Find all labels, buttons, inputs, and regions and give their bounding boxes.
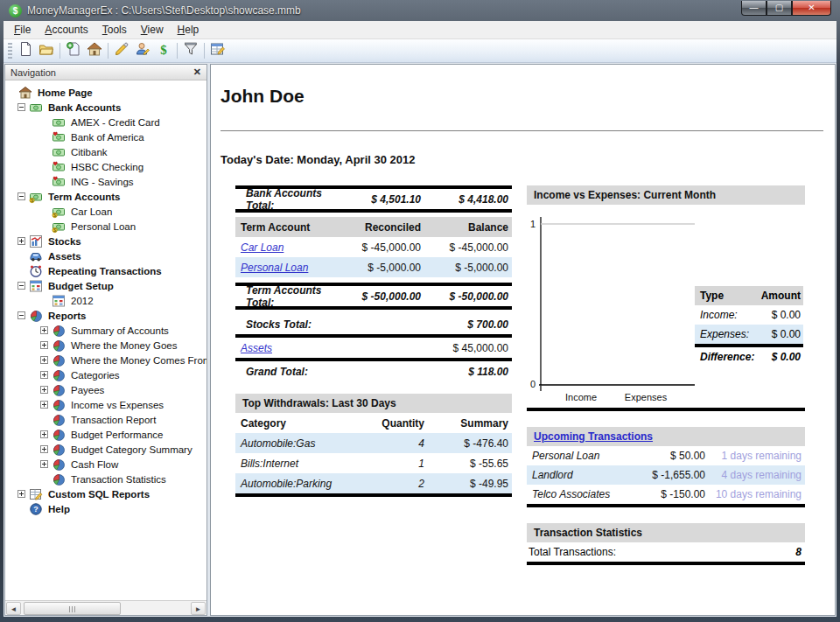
difference-row: Difference: $ 0.00 (695, 347, 803, 367)
open-database-button[interactable] (36, 41, 57, 60)
tree-item-term-accounts[interactable]: $Term Accounts (5, 189, 206, 204)
toolbar: $ (4, 39, 836, 63)
quantity-value: 2 (358, 478, 428, 490)
expand-icon[interactable] (40, 356, 48, 364)
person-icon (135, 41, 150, 60)
dollar-icon: $ (156, 41, 172, 60)
tree-item-label: Categories (69, 370, 122, 381)
tree-item-reports[interactable]: Reports (5, 308, 206, 323)
divider (220, 130, 823, 131)
scrollbar-thumb[interactable] (24, 602, 121, 615)
scroll-right-arrow[interactable]: ► (191, 602, 206, 615)
expand-icon[interactable] (40, 326, 48, 334)
tree-item-budget-category-summary[interactable]: Budget Category Summary (5, 442, 206, 457)
tree-item-bank-accounts[interactable]: Bank Accounts (5, 100, 206, 115)
tree-item-assets[interactable]: Assets (5, 248, 206, 263)
tree-item-where-the-money-goes[interactable]: Where the Money Goes (5, 338, 206, 353)
tree-item-amex-credit-card[interactable]: AMEX - Credit Card (5, 115, 206, 129)
tree-item-car-loan[interactable]: $Car Loan (5, 204, 206, 219)
bank-accounts-total-row: Bank Accounts Total: $ 4,501.10 $ 4,418.… (235, 189, 512, 209)
menu-tools[interactable]: Tools (95, 22, 134, 38)
collapse-icon[interactable] (18, 282, 25, 290)
expand-icon[interactable] (40, 430, 48, 438)
tree-item-cash-flow[interactable]: Cash Flow (5, 457, 206, 472)
tree-item-where-the-money-comes-from[interactable]: Where the Money Comes From (5, 353, 206, 367)
collapse-icon[interactable] (18, 192, 25, 200)
expand-icon[interactable] (40, 401, 48, 409)
tree-item-label: Custom SQL Reports (46, 489, 151, 500)
payee-value: Landlord (527, 469, 628, 481)
tree-item-repeating-transactions[interactable]: Repeating Transactions (5, 263, 206, 278)
filter-button[interactable] (180, 41, 201, 60)
house-icon (18, 86, 32, 100)
tree-item-2012[interactable]: 2012 (5, 293, 206, 308)
expand-icon[interactable] (18, 490, 25, 498)
tree-item-stocks[interactable]: Stocks (5, 234, 206, 248)
new-file-icon (18, 41, 33, 60)
tree-item-label: ING - Savings (69, 177, 136, 187)
tree-item-custom-sql-reports[interactable]: Custom SQL Reports (5, 486, 206, 501)
menu-file[interactable]: File (7, 22, 38, 38)
new-transaction-button[interactable] (207, 41, 228, 60)
table-row: Automobile:Parking2$ -49.95 (235, 473, 512, 493)
personal-loan-link[interactable]: Personal Loan (241, 262, 308, 274)
divider (235, 493, 512, 497)
tree-item-label: Transaction Report (69, 415, 158, 425)
svg-text:0: 0 (530, 379, 536, 389)
scrollbar-track[interactable] (22, 602, 190, 615)
collapse-icon[interactable] (18, 311, 25, 319)
tree-item-citibank[interactable]: Citibank (5, 144, 206, 159)
tree-item-income-vs-expenses[interactable]: Income vs Expenses (5, 397, 206, 412)
tree-item-transaction-statistics[interactable]: Transaction Statistics (5, 472, 206, 486)
tree-item-budget-setup[interactable]: Budget Setup (5, 278, 206, 293)
tree-item-ing-savings[interactable]: ING - Savings (5, 174, 206, 189)
grand-total-row: Grand Total: $ 118.00 (235, 361, 512, 381)
money-fav-icon (52, 160, 66, 174)
amount-value: $ 0.00 (756, 309, 803, 321)
new-account-button[interactable] (63, 41, 84, 60)
tree-item-personal-loan[interactable]: $Personal Loan (5, 219, 206, 234)
menu-help[interactable]: Help (171, 22, 206, 38)
maximize-button[interactable]: ▢ (766, 1, 792, 16)
tree-item-home-page[interactable]: Home Page (5, 85, 206, 100)
tree-item-help[interactable]: ?Help (5, 501, 206, 516)
scroll-left-arrow[interactable]: ◄ (6, 602, 21, 615)
pie-icon (52, 472, 66, 486)
car-loan-link[interactable]: Car Loan (241, 241, 284, 254)
tree-item-budget-performance[interactable]: Budget Performance (5, 427, 206, 442)
menu-view[interactable]: View (134, 22, 171, 38)
expand-icon[interactable] (40, 341, 48, 349)
tree-item-label: Bank Accounts (46, 102, 122, 113)
pie-icon (29, 309, 43, 323)
expand-icon[interactable] (40, 386, 48, 394)
categories-button[interactable] (111, 41, 132, 60)
expand-icon[interactable] (18, 237, 25, 245)
expand-icon[interactable] (40, 371, 48, 379)
tree-item-payees[interactable]: Payees (5, 382, 206, 397)
currency-button[interactable]: $ (153, 41, 174, 60)
tree-item-bank-of-america[interactable]: Bank of America (5, 129, 206, 144)
toolbar-separator (108, 43, 108, 59)
toolbar-separator (204, 43, 205, 59)
total-transactions-row: Total Transactions: 8 (527, 542, 805, 562)
navigation-close-icon[interactable]: ✕ (193, 66, 201, 78)
table-row: Personal Loan$ 50.001 days remaining (527, 446, 805, 465)
assets-link[interactable]: Assets (241, 342, 272, 354)
tree-item-summary-of-accounts[interactable]: Summary of Accounts (5, 323, 206, 338)
close-button[interactable]: ✕ (792, 1, 831, 16)
navigation-panel: Navigation ✕ Home PageBank AccountsAMEX … (4, 64, 207, 616)
expand-icon[interactable] (40, 460, 48, 468)
tree-item-categories[interactable]: Categories (5, 367, 206, 382)
window-frame: $ MoneyManagerEx : C:\Users\Stef\Desktop… (0, 0, 840, 622)
payees-button[interactable] (132, 41, 153, 60)
upcoming-transactions-link[interactable]: Upcoming Transactions (534, 430, 653, 443)
tree-item-hsbc-checking[interactable]: HSBC Checking (5, 159, 206, 174)
collapse-icon[interactable] (18, 103, 25, 111)
menu-accounts[interactable]: Accounts (38, 22, 94, 38)
account-list-button[interactable] (84, 41, 105, 60)
tree-item-transaction-report[interactable]: Transaction Report (5, 412, 206, 427)
type-value: Income: (695, 309, 756, 321)
new-database-button[interactable] (15, 41, 36, 60)
minimize-button[interactable]: — (741, 1, 766, 16)
expand-icon[interactable] (40, 445, 48, 453)
